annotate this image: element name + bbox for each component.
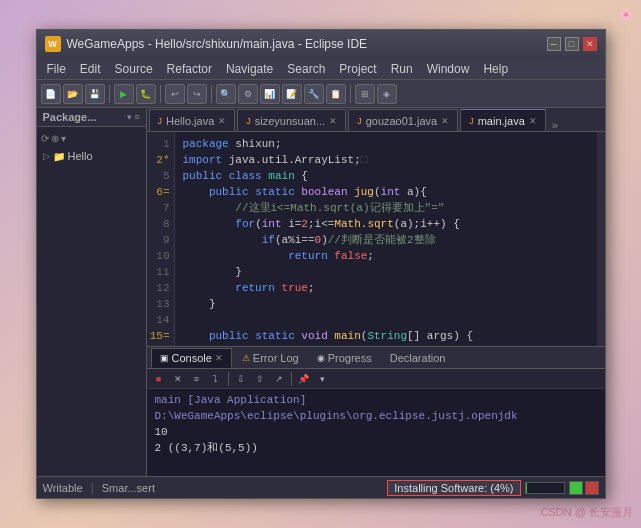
menu-help[interactable]: Help [477, 60, 514, 78]
menu-window[interactable]: Window [421, 60, 476, 78]
btb-btn5[interactable]: ⇧ [252, 371, 268, 387]
console-icon: ▣ [160, 353, 169, 363]
line-numbers: 1 2* 5 6= 7 8 9 10 11 12 13 14 15= 16 [147, 132, 175, 346]
tb-new[interactable]: 📄 [41, 84, 61, 104]
tab-main-close[interactable]: ✕ [529, 116, 537, 126]
status-separator1: | [91, 481, 94, 495]
menu-file[interactable]: File [41, 60, 72, 78]
ln-14: 14 [147, 312, 174, 328]
code-line-9: if(a%i==0)//判断是否能被2整除 [183, 232, 589, 248]
code-line-8: for(int i=2;i<=Math.sqrt(a);i++) { [183, 216, 589, 232]
tb-run[interactable]: ▶ [114, 84, 134, 104]
tab-gouzao-icon: J [357, 116, 362, 126]
ide-window: W WeGameApps - Hello/src/shixun/main.jav… [36, 29, 606, 499]
tab-sizeyun-icon: J [246, 116, 251, 126]
tb-undo[interactable]: ↩ [165, 84, 185, 104]
menu-source[interactable]: Source [109, 60, 159, 78]
tb-btn3[interactable]: 📝 [282, 84, 302, 104]
menu-project[interactable]: Project [333, 60, 382, 78]
tab-hello-java[interactable]: J Hello.java ✕ [149, 109, 236, 131]
pkg-arrow-icon: ▷ [43, 151, 50, 161]
menu-refactor[interactable]: Refactor [161, 60, 218, 78]
ln-13: 13 [147, 296, 174, 312]
btb-btn4[interactable]: ⇩ [233, 371, 249, 387]
status-icons [569, 481, 599, 495]
tb-btn1[interactable]: ⚙ [238, 84, 258, 104]
tb-btn6[interactable]: ◈ [377, 84, 397, 104]
btab-declaration[interactable]: Declaration [382, 348, 454, 368]
tb-redo[interactable]: ↪ [187, 84, 207, 104]
btb-stop[interactable]: ■ [151, 371, 167, 387]
console-path-text: main [Java Application] D:\WeGameApps\ec… [155, 394, 518, 422]
package-title-text: Package... [43, 111, 97, 123]
ln-12: 12 [147, 280, 174, 296]
minimize-button[interactable]: ─ [547, 37, 561, 51]
tab-hello-label: Hello.java [166, 115, 214, 127]
bottom-tabs: ▣ Console ✕ ⚠ Error Log ◉ Progress Decla… [147, 347, 605, 369]
tb-perspective[interactable]: ⊞ [355, 84, 375, 104]
ln-7: 7 [147, 200, 174, 216]
declaration-label: Declaration [390, 352, 446, 364]
btb-btn3[interactable]: ⤵ [208, 371, 224, 387]
pkg-icon2[interactable]: ⊕ [51, 133, 59, 144]
btab-console[interactable]: ▣ Console ✕ [151, 348, 232, 368]
console-output: main [Java Application] D:\WeGameApps\ec… [147, 389, 605, 476]
ln-8: 8 [147, 216, 174, 232]
btb-pin[interactable]: 📌 [296, 371, 312, 387]
status-writable: Writable [43, 482, 83, 494]
tb-btn5[interactable]: 📋 [326, 84, 346, 104]
main-area: Package... ▾ ≡ ⟳ ⊕ ▾ ▷ 📁 Hello [37, 108, 605, 476]
pkg-item-hello[interactable]: ▷ 📁 Hello [39, 148, 144, 164]
btab-progress[interactable]: ◉ Progress [309, 348, 380, 368]
btb-btn1[interactable]: ✕ [170, 371, 186, 387]
menu-edit[interactable]: Edit [74, 60, 107, 78]
menu-bar: File Edit Source Refactor Navigate Searc… [37, 58, 605, 80]
package-content: ⟳ ⊕ ▾ ▷ 📁 Hello [37, 127, 146, 168]
pkg-item-label: Hello [68, 150, 93, 162]
tab-hello-close[interactable]: ✕ [218, 116, 226, 126]
console-close-icon[interactable]: ✕ [215, 353, 223, 363]
tab-main-icon: J [469, 116, 474, 126]
btb-btn6[interactable]: ↗ [271, 371, 287, 387]
close-button[interactable]: ✕ [583, 37, 597, 51]
pkg-icon3[interactable]: ▾ [61, 133, 66, 144]
tab-gouzao[interactable]: J gouzao01.java ✕ [348, 109, 458, 131]
tb-btn4[interactable]: 🔧 [304, 84, 324, 104]
watermark-bottom-right: CSDN @ 长安漫月 [541, 505, 633, 520]
menu-search[interactable]: Search [281, 60, 331, 78]
title-bar-icon: W [45, 36, 61, 52]
menu-navigate[interactable]: Navigate [220, 60, 279, 78]
btb-btn2[interactable]: ≡ [189, 371, 205, 387]
editor-area: J Hello.java ✕ J sizeyunsuan... ✕ J gouz… [147, 108, 605, 476]
tb-btn2[interactable]: 📊 [260, 84, 280, 104]
tab-sizeyun-close[interactable]: ✕ [329, 116, 337, 126]
tb-debug[interactable]: 🐛 [136, 84, 156, 104]
editor-scrollbar[interactable] [597, 132, 605, 346]
btab-errorlog[interactable]: ⚠ Error Log [234, 348, 307, 368]
tab-sizeyun-label: sizeyunsuan... [255, 115, 325, 127]
console-label: Console [172, 352, 212, 364]
code-content[interactable]: package shixun; import java.util.ArrayLi… [175, 132, 597, 346]
bottom-toolbar: ■ ✕ ≡ ⤵ ⇩ ⇧ ↗ 📌 ▾ [147, 369, 605, 389]
maximize-button[interactable]: □ [565, 37, 579, 51]
tab-sizeyun[interactable]: J sizeyunsuan... ✕ [237, 109, 346, 131]
title-bar-text: WeGameApps - Hello/src/shixun/main.java … [67, 37, 541, 51]
toolbar: 📄 📂 💾 ▶ 🐛 ↩ ↪ 🔍 ⚙ 📊 📝 🔧 📋 ⊞ ◈ [37, 80, 605, 108]
progress-icon: ◉ [317, 353, 325, 363]
ln-15: 15= [147, 328, 174, 344]
tb-save[interactable]: 💾 [85, 84, 105, 104]
tab-gouzao-close[interactable]: ✕ [441, 116, 449, 126]
tab-main[interactable]: J main.java ✕ [460, 109, 546, 131]
btb-view[interactable]: ▾ [315, 371, 331, 387]
ln-2: 2* [147, 152, 174, 168]
tb-open[interactable]: 📂 [63, 84, 83, 104]
code-line-16: Scanner sc = new Scanner(System.in... [183, 344, 589, 346]
ln-11: 11 [147, 264, 174, 280]
code-editor: 1 2* 5 6= 7 8 9 10 11 12 13 14 15= 16 [147, 132, 605, 346]
menu-run[interactable]: Run [385, 60, 419, 78]
tab-more-icon[interactable]: » [548, 119, 562, 131]
tb-search[interactable]: 🔍 [216, 84, 236, 104]
pkg-icon1[interactable]: ⟳ [41, 133, 49, 144]
ln-9: 9 [147, 232, 174, 248]
title-bar: W WeGameApps - Hello/src/shixun/main.jav… [37, 30, 605, 58]
